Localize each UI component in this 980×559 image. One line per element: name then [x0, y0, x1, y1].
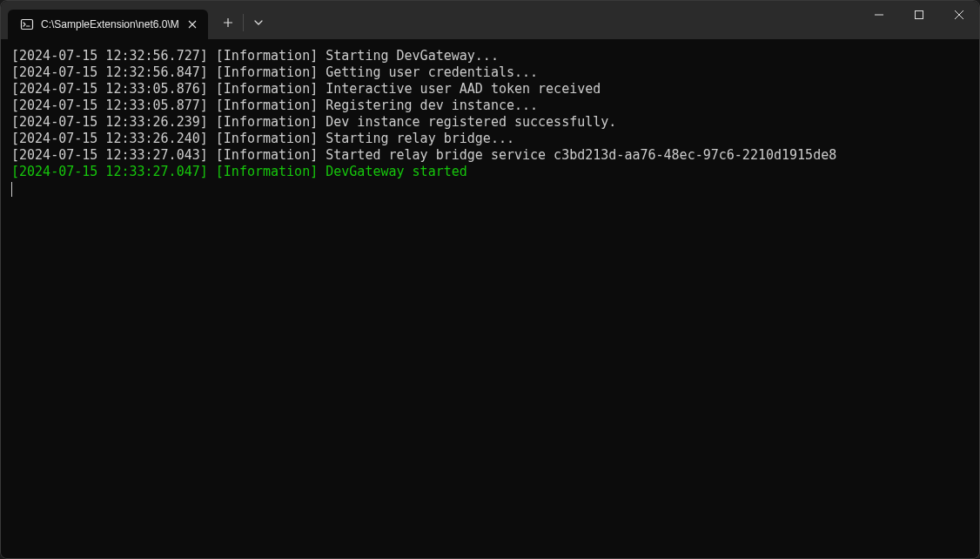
terminal-tab[interactable]: C:\SampleExtension\net6.0\M [8, 10, 208, 39]
log-line: [2024-07-15 12:33:27.043] [Information] … [11, 147, 969, 164]
tab-title: C:\SampleExtension\net6.0\M [41, 18, 178, 30]
close-tab-icon[interactable] [185, 17, 199, 31]
svg-rect-0 [22, 20, 33, 30]
cursor [11, 182, 12, 197]
dropdown-button[interactable] [244, 8, 273, 37]
log-line: [2024-07-15 12:33:05.877] [Information] … [11, 98, 969, 114]
terminal-body[interactable]: [2024-07-15 12:32:56.727] [Information] … [1, 39, 979, 558]
log-line: [2024-07-15 12:33:26.239] [Information] … [11, 114, 969, 131]
minimize-button[interactable] [859, 1, 899, 29]
window-controls [859, 1, 979, 39]
log-line: [2024-07-15 12:33:26.240] [Information] … [11, 131, 969, 147]
close-window-button[interactable] [939, 1, 979, 29]
maximize-button[interactable] [899, 1, 939, 29]
tabs-area: C:\SampleExtension\net6.0\M [1, 1, 273, 39]
log-line: [2024-07-15 12:33:05.876] [Information] … [11, 81, 969, 98]
log-output: [2024-07-15 12:32:56.727] [Information] … [11, 48, 969, 180]
tab-actions [213, 1, 273, 39]
log-line: [2024-07-15 12:32:56.727] [Information] … [11, 48, 969, 64]
new-tab-button[interactable] [213, 8, 243, 37]
log-line: [2024-07-15 12:32:56.847] [Information] … [11, 64, 969, 81]
svg-rect-7 [916, 11, 923, 19]
log-line: [2024-07-15 12:33:27.047] [Information] … [11, 164, 969, 180]
titlebar: C:\SampleExtension\net6.0\M [1, 1, 979, 39]
terminal-icon [20, 17, 34, 31]
